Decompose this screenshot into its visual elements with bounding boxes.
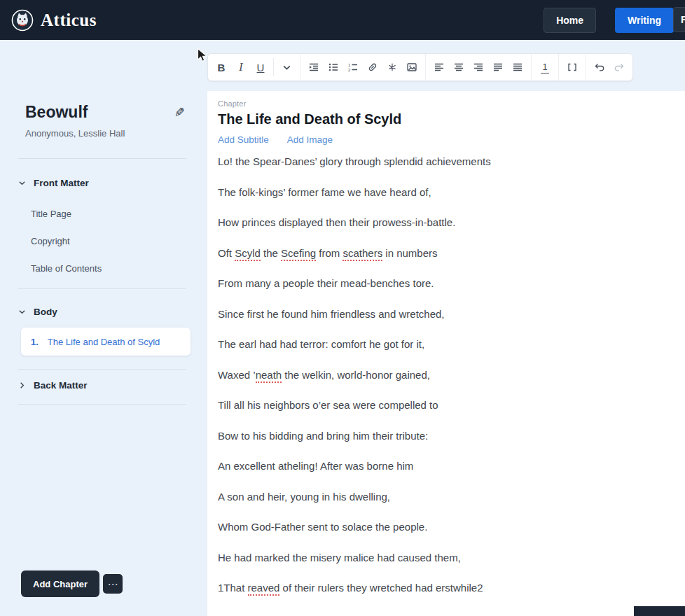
image-icon[interactable] [402,54,422,80]
chevron-down-icon [18,179,26,187]
text-segment: from [316,247,342,259]
underline-button[interactable]: U [251,54,270,80]
editor-page: Chapter The Life and Death of Scyld Add … [207,91,685,616]
misspelled-word[interactable]: Scyld [235,247,261,261]
sidebar-item-chapter-active[interactable]: 1. The Life and Death of Scyld [21,328,191,356]
editor-paragraph[interactable]: Till all his neighbors o’er sea were com… [218,399,671,411]
text-segment: of their rulers they wretched had erstwh… [279,582,483,594]
misspelled-word[interactable]: reaved [248,582,280,596]
page-number-glyph: 1 [541,62,548,74]
italic-button[interactable]: I [231,54,251,80]
text-segment: Lo! the Spear-Danes’ glory through splen… [218,155,491,167]
align-right-icon[interactable] [469,54,488,80]
align-justify-left-icon[interactable] [488,54,508,80]
divider [18,288,186,289]
section-back-matter[interactable]: Back Matter [18,380,88,391]
editor-paragraph[interactable]: 1That reaved of their rulers they wretch… [218,582,671,594]
toolbar-divider [273,58,274,76]
align-left-icon[interactable] [429,54,449,80]
editor-paragraph[interactable]: Since first he found him friendless and … [218,308,671,320]
formatting-button-partial[interactable]: F [673,7,685,32]
divider [18,404,186,405]
sidebar-item-table-of-contents[interactable]: Table of Contents [31,263,102,274]
text-segment: An excellent atheling! After was borne h… [218,460,413,472]
misspelled-word[interactable]: Scefing [281,247,316,261]
text-segment: A son and heir, young in his dwelling, [218,491,390,503]
link-icon[interactable] [363,54,382,80]
editor-paragraph[interactable]: The folk-kings’ former fame we have hear… [218,186,671,198]
book-title: Beowulf [25,103,88,122]
chapter-number: 1. [31,337,39,347]
editor-paragraph[interactable]: He had marked the misery malice had caus… [218,552,671,564]
chapter-label: The Life and Death of Scyld [48,337,160,347]
sidebar: Beowulf ✎ Anonymous, Lesslie Hall Front … [0,40,205,616]
text-segment: From many a people their mead-benches to… [218,277,434,289]
bottom-right-panel-edge [634,606,685,616]
brand[interactable]: Atticus [11,9,97,31]
text-segment: Till all his neighbors o’er sea were com… [218,399,438,411]
text-segment: the welkin, world-honor gained, [282,369,430,381]
add-chapter-button[interactable]: Add Chapter [21,570,99,597]
page-number-button[interactable]: 1 [535,54,555,80]
chapter-kicker: Chapter [218,99,671,108]
editor-paragraph[interactable]: The earl had had terror: comfort he got … [218,338,671,350]
text-segment: How princes displayed then their prowess… [218,216,455,228]
bold-button[interactable]: B [212,54,231,80]
editor-body[interactable]: Lo! the Spear-Danes’ glory through splen… [218,155,671,594]
section-label: Back Matter [34,380,88,391]
text-segment: The folk-kings’ former fame we have hear… [218,186,431,198]
text-segment: Since first he found him friendless and … [218,308,445,320]
bullet-list-icon[interactable] [324,54,343,80]
home-button[interactable]: Home [544,8,596,33]
text-segment: Oft [218,247,235,259]
footnote-icon[interactable] [382,54,402,80]
top-navbar: Atticus Home Writing F [0,0,685,40]
editor-paragraph[interactable]: An excellent atheling! After was borne h… [218,460,671,472]
editor-paragraph[interactable]: Lo! the Spear-Danes’ glory through splen… [218,155,671,167]
redo-icon[interactable] [609,54,629,80]
editor-paragraph[interactable]: How princes displayed then their prowess… [218,216,671,228]
editor-paragraph[interactable]: Oft Scyld the Scefing from scathers in n… [218,247,671,259]
chevron-right-icon [18,382,26,389]
text-segment: Waxed ’ [218,369,256,381]
indent-icon[interactable] [304,54,324,80]
text-style-dropdown[interactable] [277,54,296,80]
editor-paragraph[interactable]: Bow to his bidding and bring him their t… [218,430,671,442]
page-break-icon[interactable] [562,54,582,80]
sidebar-item-title-page[interactable]: Title Page [31,209,71,219]
editor-paragraph[interactable]: From many a people their mead-benches to… [218,277,671,289]
undo-icon[interactable] [590,54,609,80]
sidebar-item-copyright[interactable]: Copyright [31,236,70,246]
section-front-matter[interactable]: Front Matter [18,178,89,188]
align-justify-icon[interactable] [508,54,527,80]
editor-paragraph[interactable]: A son and heir, young in his dwelling, [218,491,671,503]
brand-name: Atticus [41,10,97,30]
writing-button[interactable]: Writing [615,8,674,33]
misspelled-word[interactable]: neath [256,369,282,383]
text-segment: the [261,247,281,259]
chapter-title[interactable]: The Life and Death of Scyld [218,111,671,127]
ordered-list-icon[interactable]: 12 [343,54,363,80]
section-label: Body [34,307,57,317]
add-image-link[interactable]: Add Image [287,134,333,145]
text-segment: in numbers [382,247,437,259]
atticus-logo-icon [11,9,34,31]
misspelled-word[interactable]: scathers [342,247,382,261]
chevron-down-icon [18,308,26,316]
text-segment: 1That [218,582,248,594]
text-segment: The earl had had terror: comfort he got … [218,338,424,350]
text-segment: He had marked the misery malice had caus… [218,552,461,564]
section-body[interactable]: Body [18,307,57,317]
align-center-icon[interactable] [449,54,469,80]
book-author: Anonymous, Lesslie Hall [25,128,125,139]
add-subtitle-link[interactable]: Add Subtitle [218,134,269,145]
chapter-more-button[interactable]: ⋯ [103,574,123,594]
editor-paragraph[interactable]: Whom God-Father sent to solace the peopl… [218,521,671,533]
divider [18,369,186,370]
section-label: Front Matter [34,178,89,188]
editor-paragraph[interactable]: Waxed ’neath the welkin, world-honor gai… [218,369,671,381]
svg-text:2: 2 [348,68,351,72]
text-segment: Whom God-Father sent to solace the peopl… [218,521,427,533]
edit-book-icon[interactable]: ✎ [174,105,185,120]
divider [18,158,186,159]
